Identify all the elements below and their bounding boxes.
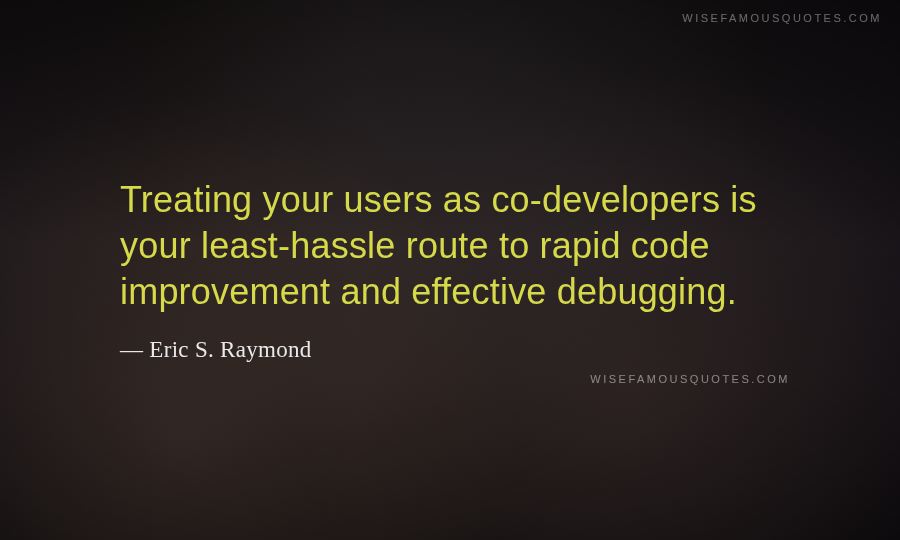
watermark-top: WISEFAMOUSQUOTES.COM [682, 12, 882, 24]
content-block: Treating your users as co-developers is … [0, 177, 900, 363]
watermark-bottom: WISEFAMOUSQUOTES.COM [590, 373, 790, 385]
quote-text: Treating your users as co-developers is … [120, 177, 790, 315]
quote-author: — Eric S. Raymond [120, 337, 790, 363]
quote-card: WISEFAMOUSQUOTES.COM Treating your users… [0, 0, 900, 540]
